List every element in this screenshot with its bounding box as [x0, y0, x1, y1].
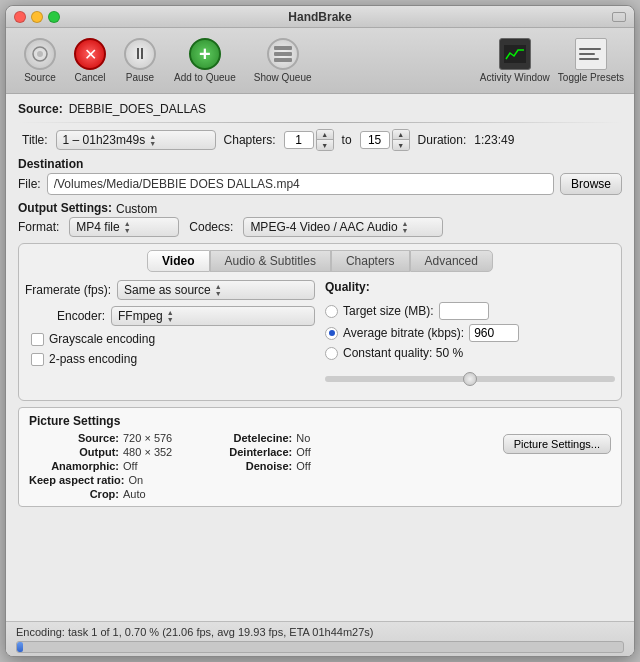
source-field-label: Source: — [18, 102, 63, 116]
ps-crop-row: Crop: Auto — [29, 488, 172, 500]
main-window: HandBrake Source ✕ Cancel ⏸ Pause + Add … — [5, 5, 635, 657]
browse-button[interactable]: Browse — [560, 173, 622, 195]
quality-label: Quality: — [325, 280, 615, 294]
cancel-button[interactable]: ✕ Cancel — [66, 34, 114, 87]
constant-quality-row: Constant quality: 50 % — [325, 346, 615, 360]
framerate-value: Same as source — [124, 283, 211, 297]
encoder-arrows: ▲▼ — [167, 309, 174, 323]
show-queue-label: Show Queue — [254, 72, 312, 83]
framerate-label: Framerate (fps): — [25, 283, 111, 297]
format-label: Format: — [18, 220, 59, 234]
codecs-value: MPEG-4 Video / AAC Audio — [250, 220, 397, 234]
chapter-from-stepper[interactable]: ▲ ▼ — [316, 129, 334, 151]
source-icon — [24, 38, 56, 70]
output-settings-header: Output Settings: Custom — [18, 201, 622, 217]
framerate-select[interactable]: Same as source ▲▼ — [117, 280, 315, 300]
target-size-row: Target size (MB): — [325, 302, 615, 320]
title-select-value: 1 – 01h23m49s — [63, 133, 146, 147]
source-row: Source: DEBBIE_DOES_DALLAS — [18, 102, 622, 116]
constant-quality-label: Constant quality: 50 % — [343, 346, 463, 360]
avg-bitrate-input[interactable] — [469, 324, 519, 342]
close-button[interactable] — [14, 11, 26, 23]
chapter-to-down[interactable]: ▼ — [393, 140, 409, 150]
format-arrows: ▲▼ — [124, 220, 131, 234]
tab-audio[interactable]: Audio & Subtitles — [210, 250, 331, 272]
ps-deinterlace-value: Off — [296, 446, 310, 458]
tab-chapters[interactable]: Chapters — [331, 250, 410, 272]
target-size-input[interactable] — [439, 302, 489, 320]
avg-bitrate-label: Average bitrate (kbps): — [343, 326, 464, 340]
pause-icon: ⏸ — [124, 38, 156, 70]
separator-1 — [18, 122, 622, 123]
activity-window-button[interactable]: Activity Window — [480, 38, 550, 83]
cancel-label: Cancel — [74, 72, 105, 83]
chapter-to-stepper[interactable]: ▲ ▼ — [392, 129, 410, 151]
framerate-arrows: ▲▼ — [215, 283, 222, 297]
picture-settings-button[interactable]: Picture Settings... — [503, 434, 611, 454]
chapter-from-up[interactable]: ▲ — [317, 130, 333, 140]
ps-anamorphic-row: Anamorphic: Off — [29, 460, 172, 472]
source-button[interactable]: Source — [16, 34, 64, 87]
output-settings-label: Output Settings: — [18, 201, 112, 215]
ps-denoise-label: Denoise: — [202, 460, 292, 472]
tab-advanced[interactable]: Advanced — [410, 250, 493, 272]
presets-icon — [575, 38, 607, 70]
chapter-from-input[interactable]: 1 — [284, 131, 314, 149]
format-value: MP4 file — [76, 220, 119, 234]
output-settings-section: Output Settings: Custom Format: MP4 file… — [18, 201, 622, 237]
tab-video[interactable]: Video — [147, 250, 209, 272]
chapter-from-down[interactable]: ▼ — [317, 140, 333, 150]
twopass-checkbox[interactable] — [31, 353, 44, 366]
video-right: Quality: Target size (MB): Average bitra… — [325, 280, 615, 394]
chapter-to-up[interactable]: ▲ — [393, 130, 409, 140]
quality-slider-thumb[interactable] — [463, 372, 477, 386]
codecs-arrows: ▲▼ — [402, 220, 409, 234]
add-to-queue-button[interactable]: + Add to Queue — [166, 34, 244, 87]
output-settings-custom: Custom — [116, 202, 157, 216]
file-input[interactable] — [47, 173, 554, 195]
window-title: HandBrake — [288, 10, 351, 24]
encoder-label: Encoder: — [25, 309, 105, 323]
format-row: Format: MP4 file ▲▼ Codecs: MPEG-4 Video… — [18, 217, 622, 237]
show-queue-icon — [267, 38, 299, 70]
encoding-status: Encoding: task 1 of 1, 0.70 % (21.06 fps… — [16, 626, 374, 638]
svg-rect-3 — [274, 52, 292, 56]
add-to-queue-label: Add to Queue — [174, 72, 236, 83]
ps-crop-label: Crop: — [29, 488, 119, 500]
destination-header: Destination — [18, 157, 622, 171]
grayscale-checkbox[interactable] — [31, 333, 44, 346]
pause-button[interactable]: ⏸ Pause — [116, 34, 164, 87]
ps-deinterlace-label: Deinterlace: — [202, 446, 292, 458]
target-size-radio[interactable] — [325, 305, 338, 318]
toggle-presets-button[interactable]: Toggle Presets — [558, 38, 624, 83]
chapter-to-input[interactable]: 15 — [360, 131, 390, 149]
ps-source-row: Source: 720 × 576 — [29, 432, 172, 444]
svg-rect-4 — [274, 58, 292, 62]
encoder-select[interactable]: FFmpeg ▲▼ — [111, 306, 315, 326]
activity-icon — [499, 38, 531, 70]
video-tab-content: Framerate (fps): Same as source ▲▼ Encod… — [25, 280, 615, 394]
twopass-label: 2-pass encoding — [49, 352, 137, 366]
statusbar: Encoding: task 1 of 1, 0.70 % (21.06 fps… — [6, 621, 634, 656]
encoder-row: Encoder: FFmpeg ▲▼ — [25, 306, 315, 326]
ps-anamorphic-label: Anamorphic: — [29, 460, 119, 472]
ps-output-row: Output: 480 × 352 — [29, 446, 172, 458]
video-left: Framerate (fps): Same as source ▲▼ Encod… — [25, 280, 315, 394]
target-size-label: Target size (MB): — [343, 304, 434, 318]
to-label: to — [342, 133, 352, 147]
format-select[interactable]: MP4 file ▲▼ — [69, 217, 179, 237]
duration-value: 1:23:49 — [474, 133, 514, 147]
minimize-button[interactable] — [31, 11, 43, 23]
show-queue-button[interactable]: Show Queue — [246, 34, 320, 87]
pause-label: Pause — [126, 72, 154, 83]
codecs-select[interactable]: MPEG-4 Video / AAC Audio ▲▼ — [243, 217, 443, 237]
maximize-button[interactable] — [48, 11, 60, 23]
avg-bitrate-radio[interactable] — [325, 327, 338, 340]
title-select[interactable]: 1 – 01h23m49s ▲▼ — [56, 130, 216, 150]
ps-output-value: 480 × 352 — [123, 446, 172, 458]
ps-crop-value: Auto — [123, 488, 146, 500]
toggle-presets-label: Toggle Presets — [558, 72, 624, 83]
source-label: Source — [24, 72, 56, 83]
constant-quality-radio[interactable] — [325, 347, 338, 360]
file-label: File: — [18, 177, 41, 191]
